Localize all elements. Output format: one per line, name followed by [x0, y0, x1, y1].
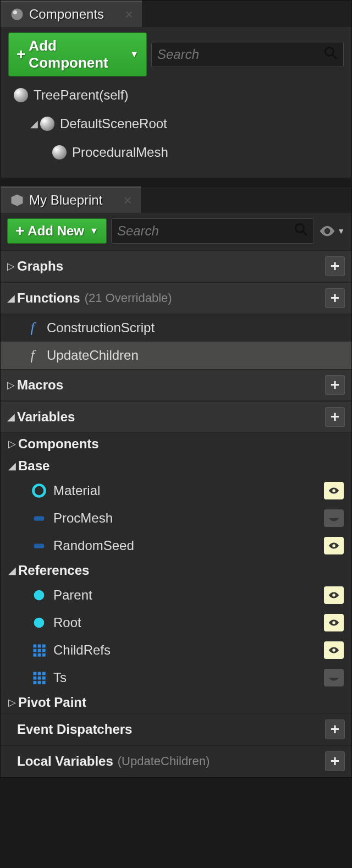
search-icon — [294, 222, 308, 240]
expand-arrow-icon[interactable]: ▷ — [8, 696, 18, 708]
svg-rect-23 — [42, 672, 46, 675]
add-graph-button[interactable]: + — [325, 256, 345, 276]
expand-arrow-icon[interactable]: ▷ — [8, 438, 18, 450]
variable-procmesh[interactable]: ProcMesh — [1, 504, 351, 532]
variable-object-icon — [31, 615, 47, 630]
function-update-children[interactable]: f UpdateChildren — [1, 342, 351, 369]
visibility-toggle[interactable] — [324, 509, 344, 527]
expand-arrow-icon[interactable]: ◢ — [8, 460, 18, 472]
expand-arrow-icon[interactable]: ◢ — [7, 411, 17, 423]
actor-icon — [14, 88, 28, 102]
var-group-references[interactable]: ◢ References — [1, 559, 351, 581]
macros-label: Macros — [17, 377, 63, 393]
view-options-button[interactable]: ▼ — [318, 222, 345, 240]
svg-rect-26 — [42, 677, 46, 680]
components-tab-bar: Components × — [1, 1, 351, 27]
var-group-base[interactable]: ◢ Base — [1, 455, 351, 477]
variable-childrefs[interactable]: ChildRefs — [1, 636, 351, 664]
visibility-toggle[interactable] — [324, 669, 344, 686]
variable-randomseed[interactable]: RandomSeed — [1, 532, 351, 559]
var-group-pivot-paint[interactable]: ▷ Pivot Paint — [1, 691, 351, 713]
randomseed-label: RandomSeed — [53, 538, 134, 553]
visibility-toggle[interactable] — [324, 482, 344, 499]
svg-point-11 — [34, 618, 45, 628]
function-icon: f — [25, 320, 40, 336]
var-components-label: Components — [18, 436, 99, 452]
chevron-down-icon: ▼ — [90, 226, 98, 236]
function-icon: f — [25, 348, 40, 363]
material-label: Material — [53, 483, 100, 498]
svg-point-6 — [326, 229, 328, 232]
blueprint-toolbar: + Add New ▼ ▼ — [7, 218, 345, 244]
component-tree-scene-root[interactable]: ◢ DefaultSceneRoot — [8, 109, 344, 138]
expand-arrow-icon[interactable]: ◢ — [30, 118, 40, 130]
close-icon[interactable]: × — [125, 6, 133, 23]
variable-parent[interactable]: Parent — [1, 581, 351, 609]
expand-arrow-icon[interactable]: ◢ — [7, 292, 17, 304]
add-new-button[interactable]: + Add New ▼ — [7, 218, 107, 244]
section-local-variables[interactable]: ▷ Local Variables (UpdateChildren) + — [1, 745, 351, 777]
search-icon — [323, 46, 338, 64]
components-panel: Components × + Add Component ▼ TreeParen… — [0, 0, 352, 178]
svg-point-7 — [34, 485, 45, 497]
blueprint-search-input[interactable] — [117, 223, 294, 239]
blueprint-tab-label: My Blueprint — [29, 193, 102, 208]
add-component-label: Add Component — [29, 37, 124, 72]
svg-point-2 — [325, 47, 333, 56]
blueprint-panel: My Blueprint × + Add New ▼ ▼ ▷ Gr — [0, 186, 352, 778]
close-icon[interactable]: × — [123, 192, 131, 209]
visibility-toggle[interactable] — [324, 614, 344, 631]
section-event-dispatchers[interactable]: ▷ Event Dispatchers + — [1, 713, 351, 745]
add-new-label: Add New — [28, 223, 84, 239]
add-local-variable-button[interactable]: + — [325, 751, 345, 771]
add-variable-button[interactable]: + — [325, 407, 345, 427]
component-self-label: TreeParent(self) — [34, 87, 129, 103]
expand-arrow-icon[interactable]: ◢ — [8, 564, 18, 576]
svg-rect-12 — [34, 645, 37, 648]
variable-array-icon — [31, 642, 47, 658]
add-event-dispatcher-button[interactable]: + — [325, 719, 345, 739]
expand-arrow-icon[interactable]: ▷ — [7, 379, 17, 391]
components-search-input[interactable] — [157, 47, 323, 62]
blueprint-tab-icon — [9, 193, 25, 208]
add-function-button[interactable]: + — [325, 288, 345, 308]
variable-root[interactable]: Root — [1, 609, 351, 636]
var-references-label: References — [18, 563, 89, 578]
graphs-label: Graphs — [17, 259, 63, 274]
svg-rect-15 — [34, 649, 37, 652]
component-tree-procmesh[interactable]: ProceduralMesh — [8, 138, 344, 167]
svg-rect-13 — [38, 645, 41, 648]
variable-object-icon — [31, 538, 47, 553]
svg-rect-21 — [34, 672, 37, 675]
function-construction-script[interactable]: f ConstructionScript — [1, 314, 351, 342]
blueprint-search-box[interactable] — [111, 218, 314, 244]
section-variables[interactable]: ◢ Variables + — [1, 401, 351, 433]
var-group-components[interactable]: ▷ Components — [1, 433, 351, 455]
section-graphs[interactable]: ▷ Graphs + — [1, 250, 351, 282]
blueprint-tab[interactable]: My Blueprint × — [1, 186, 141, 213]
blueprint-toolbar-body: + Add New ▼ ▼ — [1, 213, 351, 250]
variable-material[interactable]: Material — [1, 477, 351, 504]
visibility-toggle[interactable] — [324, 586, 344, 604]
functions-label: Functions — [17, 290, 80, 306]
variable-array-icon — [31, 670, 47, 685]
scene-root-label: DefaultSceneRoot — [60, 116, 167, 131]
components-tab[interactable]: Components × — [1, 1, 142, 27]
svg-point-0 — [12, 9, 23, 20]
section-functions[interactable]: ◢ Functions (21 Overridable) + — [1, 282, 351, 314]
svg-rect-29 — [42, 681, 46, 684]
component-tree-self[interactable]: TreeParent(self) — [8, 81, 344, 109]
components-tab-icon — [9, 7, 25, 22]
visibility-toggle[interactable] — [324, 537, 344, 554]
procmesh-label: ProcMesh — [53, 510, 113, 526]
add-component-button[interactable]: + Add Component ▼ — [8, 32, 147, 76]
components-search-box[interactable] — [151, 42, 344, 67]
section-macros[interactable]: ▷ Macros + — [1, 369, 351, 401]
functions-sub-label: (21 Overridable) — [85, 291, 172, 305]
visibility-toggle[interactable] — [324, 641, 344, 659]
expand-arrow-icon[interactable]: ▷ — [7, 260, 17, 272]
variable-object-icon — [31, 510, 47, 526]
components-tab-label: Components — [29, 7, 104, 22]
variable-ts[interactable]: Ts — [1, 664, 351, 691]
add-macro-button[interactable]: + — [325, 375, 345, 395]
